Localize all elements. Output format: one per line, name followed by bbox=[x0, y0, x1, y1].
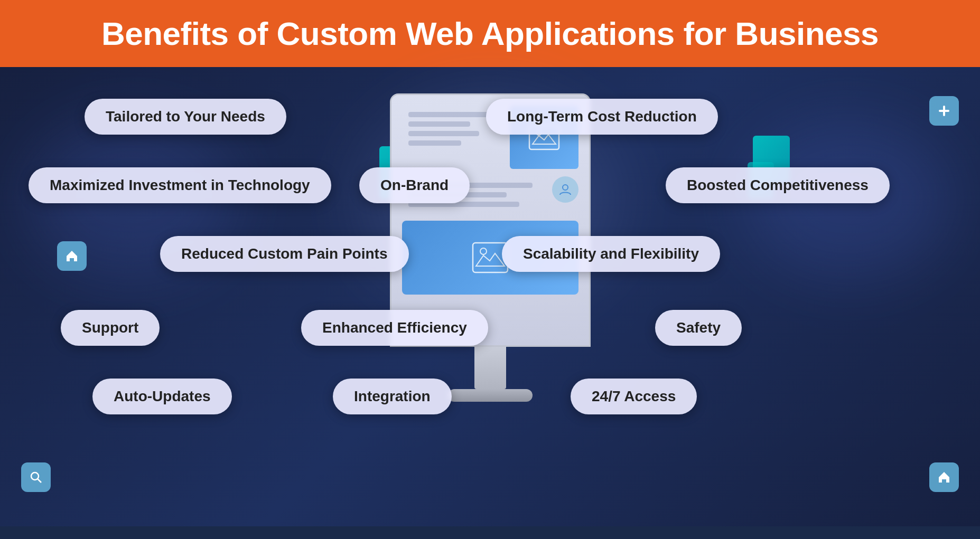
pill-boosted: Boosted Competitiveness bbox=[666, 167, 890, 203]
pill-safety: Safety bbox=[655, 310, 742, 346]
pill-enhanced: Enhanced Efficiency bbox=[301, 310, 488, 346]
page-title: Benefits of Custom Web Applications for … bbox=[21, 15, 959, 52]
monitor-base bbox=[448, 389, 533, 402]
pill-maximized: Maximized Investment in Technology bbox=[29, 167, 331, 203]
svg-point-7 bbox=[31, 472, 39, 480]
page-header: Benefits of Custom Web Applications for … bbox=[0, 0, 980, 67]
plus-icon[interactable] bbox=[929, 96, 959, 126]
search-icon[interactable] bbox=[21, 462, 51, 492]
pill-access: 24/7 Access bbox=[571, 379, 697, 414]
pill-reduced: Reduced Custom Pain Points bbox=[160, 236, 409, 272]
pill-on-brand: On-Brand bbox=[359, 167, 470, 203]
pill-long-term-cost: Long-Term Cost Reduction bbox=[486, 99, 718, 135]
home-icon-left[interactable] bbox=[57, 241, 87, 271]
svg-line-8 bbox=[38, 479, 42, 483]
pill-tailored: Tailored to Your Needs bbox=[85, 99, 286, 135]
svg-point-2 bbox=[563, 185, 568, 190]
svg-point-4 bbox=[480, 248, 487, 254]
home-icon-right[interactable] bbox=[929, 462, 959, 492]
pill-auto-updates: Auto-Updates bbox=[92, 379, 232, 414]
pill-integration: Integration bbox=[333, 379, 452, 414]
pill-support: Support bbox=[61, 310, 160, 346]
monitor-stand bbox=[474, 347, 506, 389]
pill-scalability: Scalability and Flexibility bbox=[502, 236, 720, 272]
svg-rect-6 bbox=[939, 110, 949, 112]
content-area: Tailored to Your Needs Long-Term Cost Re… bbox=[0, 67, 980, 526]
user-avatar-icon bbox=[552, 176, 578, 203]
